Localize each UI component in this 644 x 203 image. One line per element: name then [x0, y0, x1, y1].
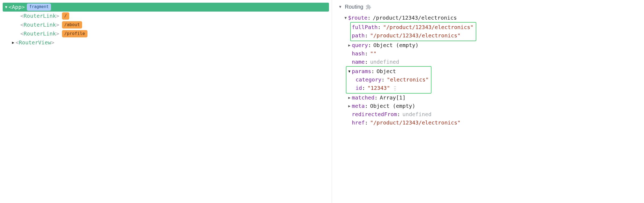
- colon: :: [365, 102, 368, 110]
- prop-name[interactable]: name: undefined: [352, 58, 641, 66]
- colon: :: [381, 76, 385, 84]
- prop-key: matched: [352, 94, 374, 102]
- kebab-menu-icon[interactable]: ⋮: [393, 84, 397, 92]
- prop-query[interactable]: ▶ query: Object (empty): [347, 41, 641, 49]
- colon: :: [368, 41, 371, 49]
- component-tag: RouterLink: [24, 12, 56, 20]
- prop-key: category: [356, 76, 381, 84]
- prop-href[interactable]: href: "/product/12343/electronics": [352, 119, 641, 127]
- prop-key: query: [352, 41, 368, 49]
- prop-params[interactable]: ▼ params: Object: [347, 67, 429, 76]
- prop-key: redirectedFrom: [352, 110, 397, 119]
- tree-row-routerview[interactable]: ▶ <RouterView>: [0, 38, 332, 47]
- prop-route[interactable]: ▼ $route: /product/12343/electronics: [343, 14, 641, 22]
- prop-key: id: [356, 84, 362, 92]
- prop-key: path: [352, 31, 365, 40]
- colon: :: [367, 14, 371, 22]
- colon: :: [365, 119, 368, 127]
- component-tag: RouterLink: [24, 30, 56, 38]
- prop-hash[interactable]: hash: "": [352, 49, 641, 58]
- colon: :: [397, 110, 400, 119]
- component-tag: App: [12, 3, 21, 11]
- prop-params-category[interactable]: category: "electronics": [356, 76, 429, 84]
- props-list: ▼ $route: /product/12343/electronics ful…: [338, 14, 641, 127]
- angle-open: <: [9, 3, 12, 11]
- highlight-params: ▼ params: Object category: "electronics"…: [346, 66, 431, 94]
- caret-down-icon[interactable]: ▼: [4, 4, 9, 10]
- tree-row-app[interactable]: ▼ <App> fragment: [3, 3, 329, 12]
- angle-close: >: [56, 21, 59, 29]
- prop-value: undefined: [370, 58, 399, 66]
- colon: :: [374, 94, 378, 102]
- prop-value: Array[1]: [380, 94, 405, 102]
- prop-redirectedfrom[interactable]: redirectedFrom: undefined: [352, 110, 641, 119]
- caret-right-icon[interactable]: ▶: [347, 42, 352, 48]
- caret-right-icon[interactable]: ▶: [347, 95, 352, 101]
- tree-row-routerlink-2[interactable]: ▶ <RouterLink> /profile: [0, 29, 332, 38]
- caret-down-icon[interactable]: ▼: [347, 69, 352, 74]
- angle-close: >: [51, 38, 54, 47]
- prop-value: "": [370, 49, 376, 58]
- prop-key: href: [352, 119, 365, 127]
- angle-open: <: [20, 12, 24, 20]
- prop-key: fullPath: [352, 23, 378, 31]
- component-tag: RouterView: [19, 38, 51, 47]
- routing-pane: ▼ Routing ▼ $route: /product/12343/elect…: [332, 0, 644, 203]
- prop-value: Object: [376, 67, 396, 76]
- tree-row-routerlink-1[interactable]: ▶ <RouterLink> /about: [0, 20, 332, 29]
- prop-params-id[interactable]: id: "12343" ⋮: [356, 84, 429, 92]
- angle-open: <: [20, 21, 24, 29]
- route-badge: /about: [62, 21, 82, 29]
- route-badge: /profile: [62, 30, 87, 38]
- caret-down-icon[interactable]: ▼: [338, 4, 343, 10]
- angle-close: >: [56, 12, 59, 20]
- caret-down-icon[interactable]: ▼: [343, 15, 348, 21]
- fragment-badge: fragment: [27, 3, 51, 10]
- prop-key: meta: [352, 102, 365, 110]
- prop-value: "/product/12343/electronics": [383, 23, 473, 31]
- prop-path[interactable]: path: "/product/12343/electronics": [352, 31, 474, 40]
- prop-key: $route: [348, 14, 367, 22]
- prop-value: Object (empty): [370, 102, 415, 110]
- prop-key: name: [352, 58, 365, 66]
- prop-meta[interactable]: ▶ meta: Object (empty): [347, 102, 641, 110]
- component-tag: RouterLink: [24, 21, 56, 29]
- colon: :: [378, 23, 381, 31]
- highlight-fullpath-path: fullPath: "/product/12343/electronics" p…: [350, 22, 476, 41]
- colon: :: [365, 31, 368, 40]
- angle-open: <: [16, 38, 19, 47]
- prop-key: hash: [352, 49, 365, 58]
- prop-value: "/product/12343/electronics": [370, 119, 460, 127]
- prop-value: Object (empty): [373, 41, 419, 49]
- colon: :: [365, 58, 368, 66]
- angle-open: <: [20, 30, 24, 38]
- route-badge: /: [62, 12, 69, 20]
- prop-matched[interactable]: ▶ matched: Array[1]: [347, 94, 641, 102]
- tree-row-routerlink-0[interactable]: ▶ <RouterLink> /: [0, 12, 332, 20]
- angle-close: >: [21, 3, 25, 11]
- prop-value: "electronics": [387, 76, 429, 84]
- colon: :: [365, 49, 368, 58]
- caret-right-icon[interactable]: ▶: [11, 40, 16, 46]
- routing-section-header[interactable]: ▼ Routing: [338, 3, 641, 11]
- prop-value: "/product/12343/electronics": [370, 31, 460, 40]
- prop-value: "12343": [367, 84, 390, 92]
- prop-value: /product/12343/electronics: [373, 14, 457, 22]
- component-tree-pane: ▼ <App> fragment ▶ <RouterLink> / ▶ <Rou…: [0, 0, 332, 203]
- angle-close: >: [56, 30, 59, 38]
- caret-right-icon[interactable]: ▶: [347, 103, 352, 109]
- prop-key: params: [352, 67, 371, 76]
- puzzle-icon: [365, 4, 371, 10]
- prop-value: undefined: [402, 110, 431, 119]
- colon: :: [362, 84, 365, 92]
- devtools-root: ▼ <App> fragment ▶ <RouterLink> / ▶ <Rou…: [0, 0, 644, 203]
- routing-section-title: Routing: [345, 3, 363, 11]
- prop-fullpath[interactable]: fullPath: "/product/12343/electronics": [352, 23, 474, 31]
- colon: :: [371, 67, 374, 76]
